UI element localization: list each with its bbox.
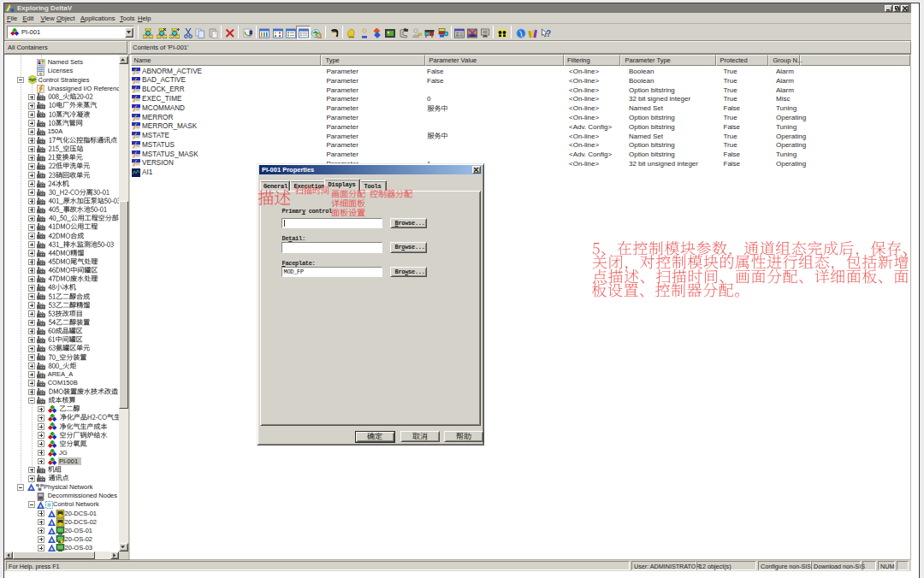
svg-text:?: ? [58,522,62,527]
svg-text:?: ? [546,29,551,38]
svg-text:?: ? [58,513,62,518]
